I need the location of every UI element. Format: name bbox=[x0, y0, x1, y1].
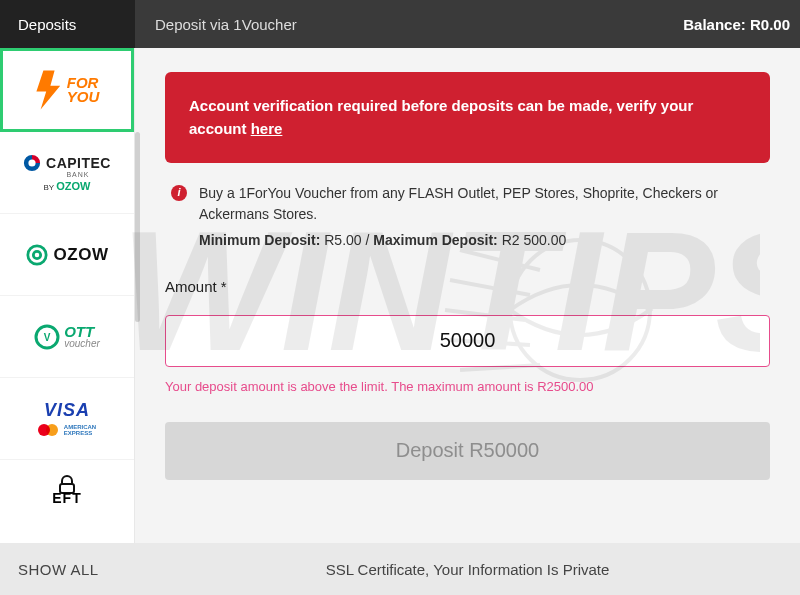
payment-method-sidebar: FORYOU CAPITEC BANK BY OZOW OZOW V OT bbox=[0, 48, 135, 543]
1foryou-logo: FORYOU bbox=[35, 70, 100, 110]
svg-marker-0 bbox=[36, 70, 60, 109]
sidebar-item-1foryou[interactable]: FORYOU bbox=[0, 48, 134, 132]
mastercard-icon bbox=[38, 423, 60, 437]
svg-point-2 bbox=[33, 251, 40, 258]
info-icon: i bbox=[171, 185, 187, 201]
cards-logo: VISA AMERICANEXPRESS bbox=[38, 400, 96, 437]
amount-label: Amount * bbox=[165, 278, 770, 295]
amount-input[interactable] bbox=[165, 315, 770, 367]
ssl-note: SSL Certificate, Your Information Is Pri… bbox=[135, 561, 800, 578]
eft-logo: EFT bbox=[52, 474, 81, 506]
verification-alert: Account verification required before dep… bbox=[165, 72, 770, 163]
scrollbar[interactable] bbox=[135, 132, 140, 322]
top-bar: Deposits Deposit via 1Voucher Balance: R… bbox=[0, 0, 800, 48]
verify-link[interactable]: here bbox=[251, 120, 283, 137]
ott-logo: V OTTvoucher bbox=[34, 324, 100, 350]
deposit-button[interactable]: Deposit R50000 bbox=[165, 422, 770, 480]
sidebar-item-eft[interactable]: EFT bbox=[0, 460, 134, 520]
sidebar-item-cards[interactable]: VISA AMERICANEXPRESS bbox=[0, 378, 134, 460]
sidebar-item-ott[interactable]: V OTTvoucher bbox=[0, 296, 134, 378]
sidebar-item-capitec[interactable]: CAPITEC BANK BY OZOW bbox=[0, 132, 134, 214]
ozow-logo: OZOW bbox=[26, 244, 109, 266]
capitec-logo: CAPITEC BANK BY OZOW bbox=[23, 154, 111, 192]
footer: SHOW ALL SSL Certificate, Your Informati… bbox=[0, 543, 800, 595]
sidebar-item-ozow[interactable]: OZOW bbox=[0, 214, 134, 296]
amount-error: Your deposit amount is above the limit. … bbox=[165, 379, 770, 394]
svg-point-1 bbox=[27, 245, 45, 263]
main-panel: Account verification required before dep… bbox=[135, 48, 800, 543]
page-title: Deposit via 1Voucher bbox=[135, 16, 683, 33]
show-all-button[interactable]: SHOW ALL bbox=[0, 561, 135, 578]
info-note: i Buy a 1ForYou Voucher from any FLASH O… bbox=[165, 183, 770, 252]
svg-text:V: V bbox=[44, 332, 51, 343]
amex-icon: AMERICANEXPRESS bbox=[64, 424, 96, 436]
tab-deposits[interactable]: Deposits bbox=[0, 0, 135, 48]
balance-label: Balance: R0.00 bbox=[683, 16, 800, 33]
